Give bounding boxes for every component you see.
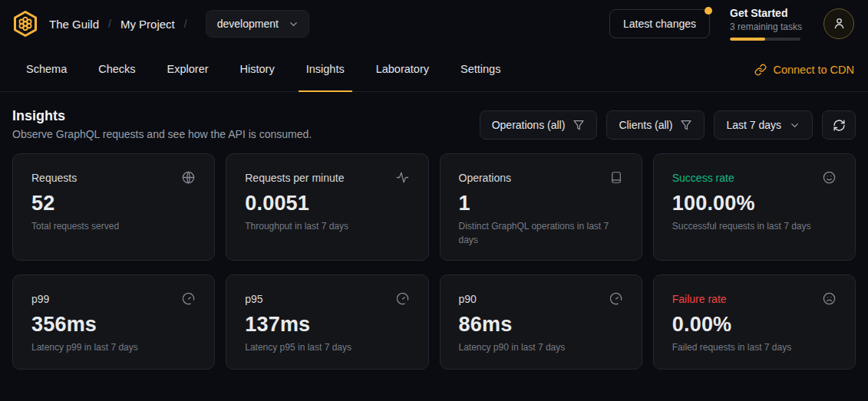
guild-logo-icon[interactable]: [12, 10, 38, 38]
refresh-button[interactable]: [822, 110, 856, 140]
stat-card-value: 100.00%: [672, 192, 837, 215]
page-description: Observe GraphQL requests and see how the…: [12, 128, 312, 140]
refresh-icon: [833, 119, 846, 132]
frown-icon: [822, 291, 837, 306]
stat-card-value: 137ms: [245, 313, 409, 337]
breadcrumb-org[interactable]: The Guild: [49, 18, 99, 31]
stat-card-p95: p95137msLatency p95 in last 7 days: [226, 274, 428, 370]
smile-icon: [822, 170, 837, 185]
tab-explorer[interactable]: Explorer: [160, 48, 216, 92]
get-started-progress-fill: [730, 38, 765, 41]
stat-card-title: Failure rate: [672, 293, 727, 305]
get-started-title: Get Started: [730, 7, 804, 21]
stat-card-value: 1: [459, 192, 623, 215]
stat-card-title: p90: [459, 293, 477, 305]
stat-card-value: 0.00%: [672, 313, 837, 337]
book-icon: [609, 170, 623, 185]
latest-changes-label: Latest changes: [623, 18, 696, 30]
connect-to-cdn-link[interactable]: Connect to CDN: [754, 48, 854, 91]
chevron-down-icon: [789, 120, 800, 131]
target-selector-label: development: [217, 18, 279, 30]
stat-card-requests-per-minute: Requests per minute0.0051Throughput in l…: [226, 153, 428, 261]
stat-card-value: 86ms: [459, 313, 623, 337]
operations-filter-label: Operations (all): [492, 119, 566, 131]
tab-settings[interactable]: Settings: [453, 48, 508, 92]
breadcrumb-separator: /: [184, 18, 187, 30]
stats-grid: Requests52Total requests servedRequests …: [12, 153, 856, 370]
stat-card-p99: p99356msLatency p99 in last 7 days: [12, 274, 215, 370]
tab-history[interactable]: History: [233, 48, 282, 92]
stat-card-description: Failed requests in last 7 days: [672, 341, 837, 354]
tab-laboratory[interactable]: Laboratory: [368, 48, 437, 92]
stat-card-description: Latency p90 in last 7 days: [459, 341, 623, 354]
project-tabbar: SchemaChecksExplorerHistoryInsightsLabor…: [0, 48, 868, 92]
date-range-label: Last 7 days: [726, 119, 781, 131]
stat-card-success-rate: Success rate100.00%Successful requests i…: [653, 153, 856, 261]
stat-card-description: Successful requests in last 7 days: [672, 220, 837, 233]
gauge-icon: [395, 291, 410, 306]
activity-icon: [395, 170, 410, 185]
date-range-selector[interactable]: Last 7 days: [714, 110, 813, 140]
stat-card-p90: p9086msLatency p90 in last 7 days: [440, 274, 642, 370]
connect-to-cdn-label: Connect to CDN: [773, 64, 854, 76]
stat-card-value: 52: [31, 192, 196, 215]
stat-card-title: p99: [31, 293, 49, 305]
stat-card-operations: Operations1Distinct GraphQL operations i…: [440, 153, 642, 261]
user-icon: [832, 16, 847, 31]
stat-card-title: Requests: [31, 172, 77, 184]
stat-card-description: Distinct GraphQL operations in last 7 da…: [459, 220, 623, 247]
stat-card-description: Latency p99 in last 7 days: [31, 341, 196, 354]
app-header: The Guild / My Project / development Lat…: [0, 0, 868, 48]
stat-card-title: Operations: [459, 172, 511, 184]
stat-card-title: Requests per minute: [245, 172, 344, 184]
get-started-subtitle: 3 remaining tasks: [730, 21, 804, 34]
stat-card-value: 356ms: [31, 313, 196, 337]
stat-card-description: Total requests served: [31, 220, 196, 233]
link-icon: [754, 64, 767, 76]
get-started-widget[interactable]: Get Started 3 remaining tasks: [730, 7, 804, 40]
stat-card-title: p95: [245, 293, 262, 305]
gauge-icon: [181, 291, 196, 306]
operations-filter-button[interactable]: Operations (all): [480, 110, 598, 140]
get-started-progressbar: [730, 38, 800, 41]
globe-icon: [181, 170, 196, 185]
target-selector[interactable]: development: [206, 10, 309, 38]
gauge-icon: [609, 291, 623, 306]
stat-card-failure-rate: Failure rate0.00%Failed requests in last…: [653, 274, 856, 370]
stat-card-value: 0.0051: [245, 192, 409, 215]
clients-filter-label: Clients (all): [619, 119, 672, 131]
tabs-container: SchemaChecksExplorerHistoryInsightsLabor…: [18, 48, 524, 91]
stat-card-requests: Requests52Total requests served: [12, 153, 215, 261]
clients-filter-button[interactable]: Clients (all): [606, 110, 705, 140]
tab-insights[interactable]: Insights: [299, 48, 352, 92]
tab-schema[interactable]: Schema: [18, 48, 74, 92]
stat-card-title: Success rate: [672, 172, 734, 184]
latest-changes-button[interactable]: Latest changes: [609, 9, 710, 38]
stat-card-description: Latency p95 in last 7 days: [245, 341, 409, 354]
filter-row: Operations (all) Clients (all) Last 7 da…: [480, 110, 856, 140]
page-title: Insights: [12, 107, 312, 125]
filter-icon: [573, 119, 585, 131]
insights-page: Insights Observe GraphQL requests and se…: [0, 92, 868, 370]
user-avatar[interactable]: [823, 8, 854, 39]
filter-icon: [680, 119, 692, 131]
notification-dot: [705, 7, 712, 15]
breadcrumb-project[interactable]: My Project: [120, 18, 175, 31]
tab-checks[interactable]: Checks: [91, 48, 143, 92]
chevron-down-icon: [288, 18, 299, 30]
breadcrumb-separator: /: [108, 18, 111, 30]
stat-card-description: Throughput in last 7 days: [245, 220, 409, 233]
